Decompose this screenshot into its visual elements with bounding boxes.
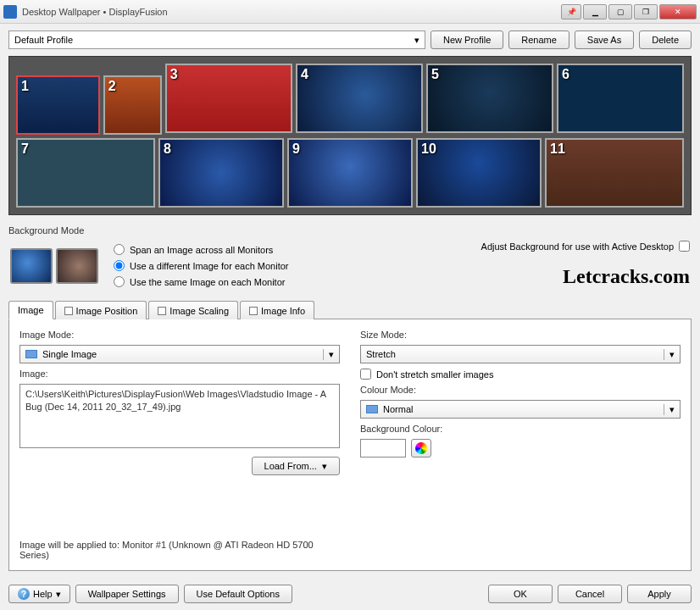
monitor-2[interactable]: 2 bbox=[103, 75, 162, 135]
ok-button[interactable]: OK bbox=[488, 585, 553, 603]
image-icon bbox=[25, 350, 37, 358]
size-mode-label: Size Mode: bbox=[360, 330, 681, 340]
titlebar: Desktop Wallpaper • DisplayFusion 📌 ▁ ▢ … bbox=[0, 0, 700, 24]
monitor-number: 4 bbox=[301, 67, 308, 82]
radio-label: Span an Image across all Monitors bbox=[130, 245, 273, 255]
left-column: Image Mode: Single Image ▾ Image: C:\Use… bbox=[19, 330, 340, 560]
applied-to-status: Image will be applied to: Monitor #1 (Un… bbox=[19, 540, 340, 560]
background-mode-section: Background Mode Span an Image across all… bbox=[8, 225, 692, 300]
active-desktop-checkbox[interactable] bbox=[679, 241, 690, 252]
colour-mode-value: Normal bbox=[383, 404, 413, 414]
monitor-1[interactable]: 1 bbox=[16, 75, 100, 135]
radio-diff[interactable]: Use a different Image for each Monitor bbox=[114, 260, 289, 271]
size-mode-select[interactable]: Stretch ▾ bbox=[360, 345, 681, 363]
tab-image-info[interactable]: Image Info bbox=[240, 301, 314, 319]
monitor-number: 1 bbox=[21, 79, 29, 94]
bg-colour-row bbox=[360, 439, 681, 458]
load-from-row: Load From... ▾ bbox=[19, 457, 340, 475]
colour-wheel-icon bbox=[415, 442, 427, 454]
monitor-number: 2 bbox=[108, 79, 116, 94]
monitor-11[interactable]: 11 bbox=[545, 138, 684, 208]
right-column: Size Mode: Stretch ▾ Don't stretch small… bbox=[360, 330, 681, 560]
bg-mode-left: Span an Image across all Monitors Use a … bbox=[10, 241, 289, 291]
colour-picker-button[interactable] bbox=[411, 439, 431, 458]
monitor-number: 6 bbox=[562, 67, 569, 82]
monitor-grid: 1 2 3 4 5 6 7 8 9 10 11 bbox=[8, 56, 692, 215]
dont-stretch-checkbox[interactable] bbox=[360, 369, 371, 380]
bg-colour-label: Background Colour: bbox=[360, 424, 681, 434]
help-button[interactable]: ? Help ▾ bbox=[8, 585, 70, 603]
bg-mode-label: Background Mode bbox=[8, 225, 692, 236]
save-as-button[interactable]: Save As bbox=[575, 30, 634, 49]
load-from-label: Load From... bbox=[264, 461, 317, 471]
monitor-4[interactable]: 4 bbox=[296, 64, 423, 133]
delete-button[interactable]: Delete bbox=[639, 30, 692, 49]
dont-stretch-label: Don't stretch smaller images bbox=[376, 369, 493, 380]
image-mode-value: Single Image bbox=[42, 349, 97, 359]
radio-input[interactable] bbox=[114, 244, 125, 255]
dropdown-arrow-icon: ▾ bbox=[664, 404, 675, 415]
profile-row: Default Profile ▾ New Profile Rename Sav… bbox=[8, 30, 692, 49]
cancel-button[interactable]: Cancel bbox=[558, 585, 622, 603]
profile-select[interactable]: Default Profile ▾ bbox=[8, 30, 425, 49]
restore-button[interactable]: ❐ bbox=[634, 4, 658, 19]
footer: ? Help ▾ Wallpaper Settings Use Default … bbox=[8, 580, 692, 603]
radio-label: Use a different Image for each Monitor bbox=[130, 261, 289, 271]
radio-input[interactable] bbox=[114, 276, 125, 287]
dropdown-arrow-icon: ▾ bbox=[323, 349, 334, 360]
bg-mode-right: Adjust Background for use with Active De… bbox=[481, 241, 690, 291]
size-mode-value: Stretch bbox=[366, 349, 396, 359]
tab-check-icon bbox=[249, 307, 258, 315]
rename-button[interactable]: Rename bbox=[508, 30, 569, 49]
radio-label: Use the same Image on each Monitor bbox=[130, 277, 285, 287]
minimize-button[interactable]: ▁ bbox=[583, 4, 607, 19]
tab-image-scaling[interactable]: Image Scaling bbox=[148, 301, 238, 319]
close-button[interactable]: ✕ bbox=[659, 4, 697, 19]
monitor-number: 5 bbox=[431, 67, 439, 82]
monitor-number: 3 bbox=[170, 67, 178, 82]
help-icon: ? bbox=[18, 588, 30, 600]
dropdown-arrow-icon: ▾ bbox=[664, 349, 675, 360]
bg-colour-swatch[interactable] bbox=[360, 439, 406, 458]
tab-image[interactable]: Image bbox=[8, 301, 53, 319]
default-options-button[interactable]: Use Default Options bbox=[184, 585, 292, 603]
monitor-10[interactable]: 10 bbox=[416, 138, 542, 208]
monitor-7[interactable]: 7 bbox=[16, 138, 155, 208]
tab-image-position[interactable]: Image Position bbox=[55, 301, 147, 319]
colour-mode-label: Colour Mode: bbox=[360, 385, 681, 395]
monitor-9[interactable]: 9 bbox=[287, 138, 413, 208]
radio-same[interactable]: Use the same Image on each Monitor bbox=[114, 276, 289, 287]
image-mode-select[interactable]: Single Image ▾ bbox=[19, 345, 340, 363]
wallpaper-settings-button[interactable]: Wallpaper Settings bbox=[75, 585, 179, 603]
colour-mode-select[interactable]: Normal ▾ bbox=[360, 400, 681, 419]
tab-label: Image Scaling bbox=[169, 306, 229, 316]
image-path-field[interactable]: C:\Users\Keith\Pictures\DisplayFusion\We… bbox=[19, 384, 340, 448]
monitor-6[interactable]: 6 bbox=[557, 64, 684, 133]
main-panel: Default Profile ▾ New Profile Rename Sav… bbox=[0, 24, 700, 610]
monitor-preview-icon bbox=[10, 241, 103, 291]
monitor-8[interactable]: 8 bbox=[158, 138, 284, 208]
apply-button[interactable]: Apply bbox=[627, 585, 692, 603]
tab-label: Image bbox=[18, 305, 44, 315]
tab-check-icon bbox=[64, 307, 73, 315]
radio-input[interactable] bbox=[114, 260, 125, 271]
tab-check-icon bbox=[158, 307, 166, 315]
dont-stretch-row: Don't stretch smaller images bbox=[360, 369, 681, 380]
load-from-button[interactable]: Load From... ▾ bbox=[252, 457, 340, 475]
monitor-3[interactable]: 3 bbox=[165, 64, 292, 133]
monitor-icon bbox=[10, 248, 53, 284]
monitor-number: 9 bbox=[292, 141, 300, 157]
window-title: Desktop Wallpaper • DisplayFusion bbox=[22, 7, 561, 17]
monitor-row: 7 8 9 10 11 bbox=[16, 138, 684, 208]
tab-body: Image Mode: Single Image ▾ Image: C:\Use… bbox=[8, 319, 692, 571]
active-desktop-label: Adjust Background for use with Active De… bbox=[481, 241, 674, 252]
radio-span[interactable]: Span an Image across all Monitors bbox=[114, 244, 289, 255]
monitor-icon bbox=[56, 248, 98, 284]
pin-button[interactable]: 📌 bbox=[561, 4, 581, 19]
dropdown-arrow-icon: ▾ bbox=[414, 35, 419, 46]
image-mode-label: Image Mode: bbox=[19, 330, 340, 340]
monitor-5[interactable]: 5 bbox=[426, 64, 553, 133]
maximize-button[interactable]: ▢ bbox=[608, 4, 632, 19]
tab-label: Image Info bbox=[261, 306, 305, 316]
new-profile-button[interactable]: New Profile bbox=[431, 30, 503, 49]
